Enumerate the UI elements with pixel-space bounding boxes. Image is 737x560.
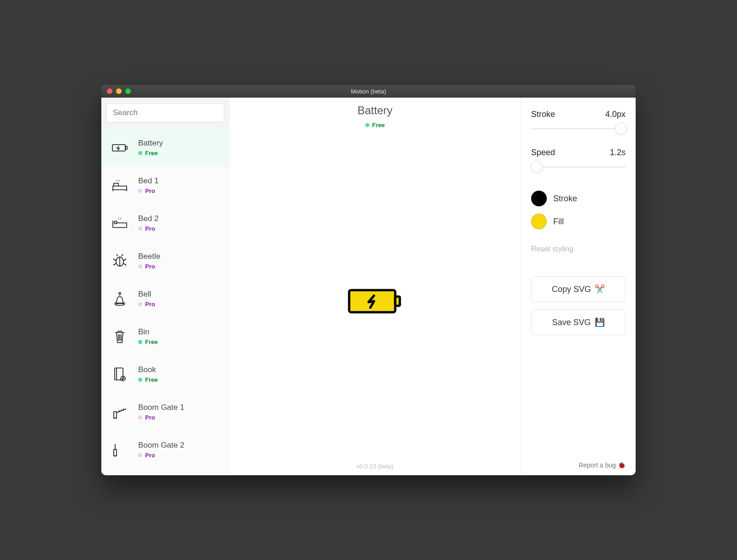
slider-knob[interactable]	[615, 122, 627, 134]
preview-icon	[347, 287, 403, 317]
boomgate2-icon	[110, 439, 130, 460]
battery-icon	[110, 137, 130, 158]
sidebar-item-bed1[interactable]: z zBed 1Pro	[101, 167, 229, 204]
main-header: Battery Free	[357, 104, 392, 128]
tier-badge: Pro	[138, 263, 160, 270]
version-label: v0.0.23 (beta)	[357, 463, 393, 470]
color-pickers: Stroke Fill	[531, 191, 626, 237]
content: BatteryFreez zBed 1Proz zBed 2ProBeetleP…	[101, 98, 636, 475]
save-svg-button[interactable]: Save SVG 💾	[531, 309, 626, 335]
status-dot-icon	[365, 123, 369, 127]
tier-badge: Free	[138, 338, 158, 345]
tier-badge: Pro	[138, 452, 184, 459]
status-dot-icon	[138, 151, 142, 155]
sidebar-item-title: Book	[138, 365, 158, 374]
scissors-icon: ✂️	[595, 284, 605, 294]
report-bug-link[interactable]: Report a bug 🐞	[531, 458, 626, 469]
fill-color-label: Fill	[553, 217, 564, 227]
sidebar-item-bin[interactable]: BinFree	[101, 318, 229, 356]
tier-label: Free	[145, 150, 158, 157]
sidebar-item-title: Bed 2	[138, 214, 158, 223]
report-bug-label: Report a bug	[579, 461, 616, 469]
tier-label: Free	[145, 338, 158, 345]
sidebar-item-beetle[interactable]: BeetlePro	[101, 242, 229, 280]
status-dot-icon	[138, 378, 142, 382]
beetle-icon	[110, 251, 130, 271]
main-tier-label: Free	[372, 122, 385, 128]
book-icon	[110, 364, 130, 384]
fill-color-swatch[interactable]	[531, 214, 547, 229]
stroke-color-label: Stroke	[553, 194, 577, 204]
status-dot-icon	[138, 227, 142, 231]
tier-badge: Pro	[138, 187, 158, 194]
bed2-icon: z z	[110, 213, 130, 233]
tier-badge: Pro	[138, 301, 155, 308]
sidebar: BatteryFreez zBed 1Proz zBed 2ProBeetleP…	[101, 98, 229, 475]
copy-svg-label: Copy SVG	[552, 285, 591, 294]
floppy-icon: 💾	[595, 317, 605, 327]
svg-rect-0	[112, 145, 125, 151]
stroke-slider[interactable]	[531, 123, 626, 134]
svg-rect-8	[115, 368, 123, 380]
stroke-label: Stroke	[531, 110, 555, 119]
titlebar[interactable]: Motion (beta)	[101, 85, 636, 98]
sidebar-item-title: Beetle	[138, 252, 160, 261]
tier-label: Pro	[145, 301, 155, 308]
tier-label: Pro	[145, 414, 155, 421]
main-tier-badge: Free	[357, 122, 392, 128]
save-svg-label: Save SVG	[552, 318, 591, 327]
speed-label: Speed	[531, 148, 555, 158]
sidebar-item-bell[interactable]: BellPro	[101, 280, 229, 318]
tier-badge: Free	[138, 376, 158, 383]
export-buttons: Copy SVG ✂️ Save SVG 💾	[531, 276, 626, 335]
sidebar-item-boomgate2[interactable]: Boom Gate 2Pro	[101, 431, 229, 469]
sidebar-item-book[interactable]: BookFree	[101, 356, 229, 393]
sidebar-item-title: Boom Gate 1	[138, 403, 184, 412]
speed-slider[interactable]	[531, 161, 626, 172]
search-wrap	[101, 98, 229, 129]
stroke-color-row[interactable]: Stroke	[531, 191, 626, 206]
stroke-control: Stroke 4.0px	[531, 110, 626, 134]
fill-color-row[interactable]: Fill	[531, 214, 626, 229]
battery-icon	[347, 287, 403, 315]
status-dot-icon	[138, 302, 142, 306]
tier-label: Pro	[145, 452, 155, 459]
svg-rect-11	[114, 449, 117, 456]
copy-svg-button[interactable]: Copy SVG ✂️	[531, 276, 626, 302]
icon-list[interactable]: BatteryFreez zBed 1Proz zBed 2ProBeetleP…	[101, 129, 229, 475]
tier-badge: Pro	[138, 225, 158, 232]
preview-stage	[229, 128, 521, 475]
status-dot-icon	[138, 340, 142, 344]
status-dot-icon	[138, 264, 142, 268]
minimize-icon[interactable]	[116, 88, 122, 94]
status-dot-icon	[138, 453, 142, 457]
main-title: Battery	[357, 104, 392, 117]
slider-knob[interactable]	[531, 161, 543, 173]
reset-styling-button[interactable]: Reset styling	[531, 245, 626, 253]
stroke-color-swatch[interactable]	[531, 191, 547, 206]
bin-icon	[110, 326, 130, 346]
bed1-icon: z z	[110, 175, 130, 195]
close-icon[interactable]	[107, 88, 112, 94]
svg-rect-10	[114, 412, 117, 418]
status-dot-icon	[138, 189, 142, 193]
main: Battery Free v0.0.23 (beta)	[229, 98, 521, 475]
sidebar-item-title: Boom Gate 2	[138, 441, 184, 450]
sidebar-item-boomgate1[interactable]: Boom Gate 1Pro	[101, 393, 229, 431]
inspector-panel: Stroke 4.0px Speed 1.2s	[521, 98, 636, 475]
sidebar-item-battery[interactable]: BatteryFree	[101, 129, 229, 167]
window-title: Motion (beta)	[101, 88, 636, 95]
sidebar-item-bed2[interactable]: z zBed 2Pro	[101, 204, 229, 242]
tier-label: Free	[145, 376, 158, 383]
search-input[interactable]	[106, 103, 224, 122]
bug-icon: 🐞	[618, 461, 626, 469]
zoom-icon[interactable]	[125, 88, 131, 94]
svg-rect-13	[395, 297, 400, 306]
svg-text:z z: z z	[116, 179, 120, 182]
sidebar-item-title: Bed 1	[138, 176, 158, 186]
traffic-lights	[107, 88, 131, 94]
sidebar-item-title: Bell	[138, 290, 155, 299]
svg-point-3	[114, 221, 117, 224]
app-window: Motion (beta) BatteryFreez zBed 1Proz zB…	[101, 85, 636, 475]
stroke-value: 4.0px	[605, 110, 626, 119]
